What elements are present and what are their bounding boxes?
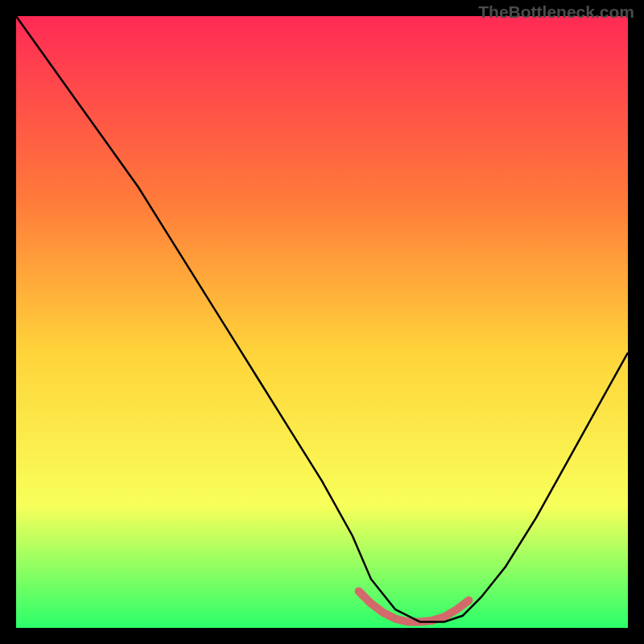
gradient-background	[16, 16, 628, 628]
chart-svg	[16, 16, 628, 628]
chart-container	[16, 16, 628, 628]
watermark-text: TheBottleneck.com	[478, 2, 634, 22]
